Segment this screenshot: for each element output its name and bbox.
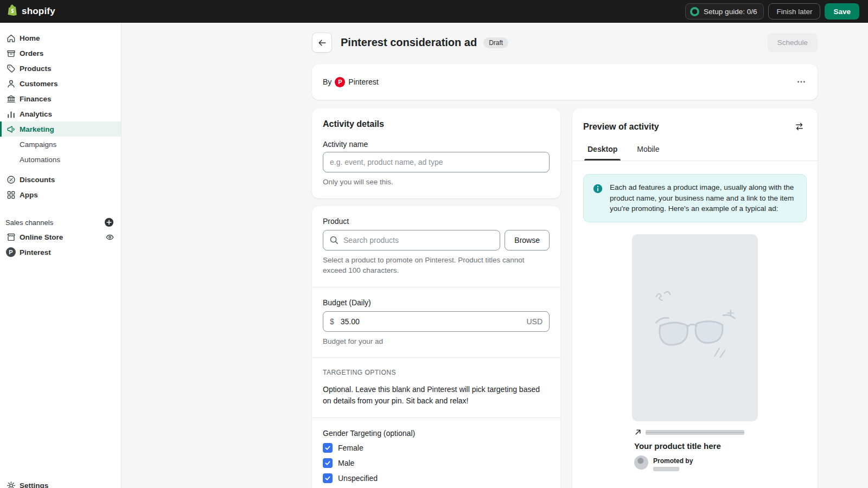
sidebar-item-label: Discounts xyxy=(20,176,55,184)
ad-product-title: Your product title here xyxy=(634,441,756,451)
back-arrow-icon xyxy=(317,38,327,48)
sidebar-item-pinterest[interactable]: P Pinterest xyxy=(0,245,121,260)
sales-channels-header: Sales channels xyxy=(0,215,121,229)
sidebar-item-products[interactable]: Products xyxy=(0,61,121,76)
byline-app-name: Pinterest xyxy=(348,78,378,86)
gender-checkbox-male[interactable]: Male xyxy=(323,458,550,468)
product-search-input[interactable] xyxy=(323,230,500,251)
sales-channels-label: Sales channels xyxy=(5,219,53,227)
home-icon xyxy=(5,33,16,43)
sidebar-item-label: Finances xyxy=(20,95,52,103)
targeting-options-section: TARGETING OPTIONS Optional. Leave this b… xyxy=(312,357,560,418)
sidebar-item-label: Home xyxy=(20,34,40,42)
sidebar-item-online-store[interactable]: Online Store xyxy=(0,229,121,245)
tab-desktop[interactable]: Desktop xyxy=(578,139,627,160)
preview-card: Preview of activity Desktop Mobile xyxy=(572,108,818,488)
sidebar-item-customers[interactable]: Customers xyxy=(0,76,121,91)
apps-grid-icon xyxy=(5,189,16,200)
sidebar-item-finances[interactable]: Finances xyxy=(0,91,121,106)
sidebar-item-label: Customers xyxy=(20,80,58,88)
back-button[interactable] xyxy=(312,33,332,53)
info-banner-text: Each ad features a product image, usuall… xyxy=(610,182,797,214)
sidebar-item-label: Apps xyxy=(20,191,38,199)
gear-icon xyxy=(5,480,16,488)
product-section: Product Browse Select a product to promo… xyxy=(312,206,560,287)
product-budget-card: Product Browse Select a product to promo… xyxy=(312,206,560,488)
budget-value-input[interactable] xyxy=(340,317,527,326)
setup-guide-label: Setup guide: 0/6 xyxy=(704,8,757,16)
checkbox-checked-icon xyxy=(323,458,333,468)
sidebar: Home Orders Products Customers Finances … xyxy=(0,23,122,488)
sidebar-item-automations[interactable]: Automations xyxy=(0,152,121,167)
gender-checkbox-unspecified[interactable]: Unspecified xyxy=(323,473,550,483)
sidebar-item-label: Settings xyxy=(20,481,48,488)
tag-icon xyxy=(5,63,16,74)
currency-suffix: USD xyxy=(526,317,542,326)
shopify-logo[interactable]: shopify xyxy=(8,4,55,18)
sidebar-item-discounts[interactable]: Discounts xyxy=(0,172,121,187)
product-label: Product xyxy=(323,217,550,226)
sidebar-item-label: Analytics xyxy=(20,110,52,118)
app-byline-card: By P Pinterest xyxy=(312,64,818,100)
redacted-link-text xyxy=(646,430,744,435)
activity-details-card: Activity details Activity name Only you … xyxy=(312,108,560,198)
activity-name-input[interactable] xyxy=(323,152,550,172)
product-image-placeholder xyxy=(632,234,758,421)
megaphone-icon xyxy=(5,124,16,134)
horizontal-dots-icon xyxy=(796,77,806,87)
search-icon xyxy=(329,235,339,247)
sidebar-subitem-label: Campaigns xyxy=(20,140,56,149)
swap-preview-button[interactable] xyxy=(792,119,807,134)
add-sales-channel-button[interactable] xyxy=(105,218,113,227)
schedule-button[interactable]: Schedule xyxy=(768,33,818,52)
setup-guide-button[interactable]: Setup guide: 0/6 xyxy=(685,3,764,20)
sidebar-item-settings[interactable]: Settings xyxy=(0,478,121,488)
pinterest-icon: P xyxy=(5,247,16,258)
byline-prefix: By xyxy=(323,78,331,86)
activity-name-help: Only you will see this. xyxy=(323,177,550,188)
sidebar-item-analytics[interactable]: Analytics xyxy=(0,106,121,121)
setup-guide-progress-icon xyxy=(690,7,699,16)
status-badge: Draft xyxy=(483,37,508,48)
bar-chart-icon xyxy=(5,108,16,119)
product-search-box xyxy=(323,230,500,251)
overflow-menu-button[interactable] xyxy=(793,73,810,91)
person-icon xyxy=(5,78,16,89)
save-button[interactable]: Save xyxy=(825,3,859,20)
tab-mobile[interactable]: Mobile xyxy=(627,139,669,160)
gender-targeting-section: Gender Targeting (optional) Female Male xyxy=(312,418,560,488)
sidebar-item-marketing[interactable]: Marketing xyxy=(0,121,121,137)
gender-targeting-label: Gender Targeting (optional) xyxy=(323,429,550,438)
redacted-brand-text xyxy=(653,467,679,471)
sunglasses-sketch xyxy=(641,280,749,375)
sidebar-item-campaigns[interactable]: Campaigns xyxy=(0,137,121,152)
checkbox-checked-icon xyxy=(323,473,333,483)
targeting-description: Optional. Leave this blank and Pinterest… xyxy=(323,384,550,407)
budget-input[interactable]: $ USD xyxy=(323,311,550,332)
bank-icon xyxy=(5,93,16,104)
browse-button[interactable]: Browse xyxy=(505,230,550,251)
ad-link-row[interactable] xyxy=(634,428,756,436)
sidebar-item-home[interactable]: Home xyxy=(0,30,121,46)
product-help: Select a product to promote on Pinterest… xyxy=(323,255,550,276)
checkbox-checked-icon xyxy=(323,443,333,453)
swap-arrows-icon xyxy=(794,121,805,132)
activity-details-title: Activity details xyxy=(323,119,550,129)
finish-later-button[interactable]: Finish later xyxy=(768,3,820,20)
preview-tabs: Desktop Mobile xyxy=(572,139,818,161)
info-icon xyxy=(592,183,603,214)
external-arrow-icon xyxy=(634,428,642,436)
sidebar-item-label: Pinterest xyxy=(20,248,51,256)
budget-section: Budget (Daily) $ USD Budget for your ad xyxy=(312,287,560,358)
eye-icon[interactable] xyxy=(105,233,114,242)
page-title: Pinterest consideration ad xyxy=(341,36,477,49)
sidebar-item-label: Marketing xyxy=(20,125,54,133)
shopify-bag-icon xyxy=(8,4,18,18)
storefront-icon xyxy=(5,232,16,242)
sidebar-item-apps[interactable]: Apps xyxy=(0,187,121,202)
avatar xyxy=(634,455,648,470)
sidebar-item-orders[interactable]: Orders xyxy=(0,46,121,61)
budget-help: Budget for your ad xyxy=(323,336,550,347)
sidebar-subitem-label: Automations xyxy=(20,156,60,164)
gender-checkbox-female[interactable]: Female xyxy=(323,443,550,453)
